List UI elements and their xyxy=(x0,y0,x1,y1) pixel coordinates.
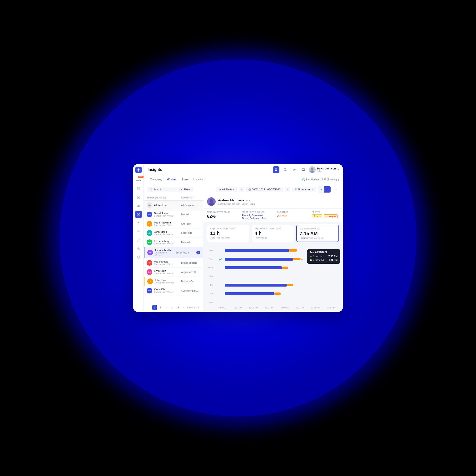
worker-title: Construction Worker xyxy=(154,215,179,217)
time-label-3pm: 3:00 PM xyxy=(261,306,277,309)
clock-icon[interactable] xyxy=(135,211,142,218)
worker-list-scroll[interactable]: All Workers All Companies DJ David Jones… xyxy=(144,201,203,303)
next-date-button[interactable]: › xyxy=(285,187,290,192)
all-companies-label: All Companies xyxy=(181,204,200,206)
prev-date-button[interactable]: ‹ xyxy=(239,187,244,192)
content-area: Worker Name Company xyxy=(144,195,343,312)
document-icon[interactable] xyxy=(135,185,142,192)
worker-avatar: MN xyxy=(147,221,152,227)
page-2-button[interactable]: 2 xyxy=(158,305,163,310)
tool-icon[interactable] xyxy=(135,237,142,244)
svg-rect-28 xyxy=(276,170,277,171)
user-profile[interactable]: David Johnson Admin ▾ xyxy=(309,166,339,173)
worker-company: Builders Co. xyxy=(181,280,200,283)
time-label-6pm: 6:00 PM xyxy=(277,306,292,309)
svg-point-1 xyxy=(137,170,138,170)
search-box[interactable] xyxy=(148,187,176,192)
app-logo[interactable] xyxy=(135,167,142,173)
most-active-value: Floor 2, Greenleaf Drive, Bellhaven Ave.… xyxy=(242,214,269,220)
tooltip-checkout-time: 8:45 PM xyxy=(328,258,338,261)
worker-info: Frederic May Construction Worker xyxy=(154,240,179,245)
svg-point-19 xyxy=(137,231,138,232)
list-item[interactable]: FM Frederic May Construction Worker Fair… xyxy=(144,238,203,247)
more-options-button[interactable]: ··· xyxy=(333,186,339,192)
tab-worker[interactable]: Worker xyxy=(165,175,179,184)
chart-icon[interactable] xyxy=(135,202,142,209)
svg-rect-10 xyxy=(138,197,139,197)
svg-rect-14 xyxy=(139,205,140,207)
list-item[interactable]: MM Mario Meza Construction Worker Bridge… xyxy=(144,258,203,268)
chart-row-sun: Sun xyxy=(207,298,339,306)
page-15-button[interactable]: 15 xyxy=(175,305,180,310)
time-in-zone-label: Time in Active Zone xyxy=(207,211,234,213)
filter-button[interactable]: Filters xyxy=(178,187,193,192)
worker-title: Construction Worker xyxy=(155,252,174,256)
time-label-9pm: 9:00 PM xyxy=(292,306,308,309)
people-icon[interactable] xyxy=(135,228,142,235)
day-label-thu: Thu xyxy=(207,275,213,277)
tab-company[interactable]: Company xyxy=(148,175,165,184)
list-item[interactable]: EC Elvin Cruz Construction Worker Augmet… xyxy=(144,268,203,277)
notification-button[interactable] xyxy=(282,166,289,173)
tooltip-checkout-label: Check-out xyxy=(313,258,327,261)
selected-worker-name: Andrew Matthews ··· xyxy=(218,198,339,203)
list-item[interactable]: DJ David Jones Construction Worker Datot… xyxy=(144,210,203,219)
worker-title: Construction Worker xyxy=(154,263,179,265)
tab-bar: Company Worker Asset Location Last Updat… xyxy=(144,175,343,184)
filter-bar: Filters All Shifts ▾ ‹ xyxy=(144,184,343,195)
search-advanced-icon[interactable] xyxy=(135,245,142,252)
list-item[interactable]: KD Kevin Diaz Construction Worker Constr… xyxy=(144,286,203,295)
screen-button[interactable] xyxy=(300,166,306,173)
chart-bar-thu xyxy=(215,274,339,278)
page-1-button[interactable]: 1 xyxy=(152,305,157,310)
list-item[interactable]: JB John Black Construction Worker ETC/RM… xyxy=(144,228,203,238)
list-view-button[interactable] xyxy=(318,186,324,192)
page-14-button[interactable]: 14 xyxy=(170,305,174,310)
list-item[interactable]: MN Martin Newman Construction Worker GM … xyxy=(144,219,203,228)
worker-title: Construction Worker xyxy=(154,233,179,236)
calendar-icon xyxy=(249,188,251,191)
avg-overtime-card: Avg overtime hrs per day i 4 h · No Chan… xyxy=(252,225,294,242)
prev-page-button[interactable]: ‹ xyxy=(147,305,151,310)
pagination: ‹ 1 2 ··· 14 15 › 1-100 of 144 xyxy=(144,303,203,312)
svg-rect-26 xyxy=(276,169,277,170)
shield-icon[interactable] xyxy=(135,254,142,261)
list-item[interactable]: All Workers All Companies xyxy=(144,201,203,210)
tooltip-checkout-row: ◆ Check-out 8:45 PM xyxy=(310,258,338,261)
worker-avatar: JT xyxy=(147,278,153,284)
worker-info: Mario Meza Construction Worker xyxy=(154,260,179,265)
page-ellipsis: ··· xyxy=(164,305,169,310)
reba-badge-icon[interactable]: REBA BETA xyxy=(135,177,142,184)
all-workers-avatar xyxy=(147,202,152,208)
document2-icon[interactable] xyxy=(135,194,142,201)
date-range-picker[interactable]: 08/01/2022 - 08/07/2022 xyxy=(246,187,283,192)
grid-view-button[interactable] xyxy=(273,166,279,173)
info-icon: i xyxy=(317,227,320,230)
settings-button[interactable] xyxy=(291,166,298,173)
shifts-dropdown[interactable]: All Shifts ▾ xyxy=(216,187,237,192)
svg-text:i: i xyxy=(318,228,319,230)
chevron-down-icon: ▾ xyxy=(338,168,339,171)
tab-asset[interactable]: Asset xyxy=(179,175,191,184)
list-item-active[interactable]: AM Andrew Matthews Construction Worker E… xyxy=(144,247,203,258)
chart-bar-fri xyxy=(215,283,339,287)
location-icon[interactable] xyxy=(135,220,142,227)
list-item[interactable]: JT John Tizon Construction Worker Builde… xyxy=(144,277,203,286)
worker-more-icon[interactable]: ··· xyxy=(246,198,250,203)
svg-text:i: i xyxy=(280,228,280,229)
worker-company: Essex Plaza xyxy=(176,251,195,254)
last-update-text: Last Update: 12:37 (2 min ago) xyxy=(302,178,339,181)
normalized-dropdown[interactable]: Normalized ▾ xyxy=(292,187,316,192)
next-page-button[interactable]: › xyxy=(181,305,186,310)
gantt-view-button[interactable] xyxy=(324,186,331,192)
worker-name: Elvin Cruz xyxy=(154,270,179,272)
worker-info: Kevin Diaz Construction Worker xyxy=(154,288,179,293)
avg-ot-label: Avg overtime hrs per day i xyxy=(255,227,290,230)
worker-avatar: FM xyxy=(147,239,152,245)
worker-name: Kevin Diaz xyxy=(154,288,179,291)
selected-worker-info: Andrew Matthews ··· Construction Worker … xyxy=(218,198,339,205)
tab-location[interactable]: Location xyxy=(191,175,206,184)
worker-company: ETC/RMD xyxy=(181,232,200,235)
search-input[interactable] xyxy=(153,188,172,191)
worker-avatar: KD xyxy=(147,288,152,293)
